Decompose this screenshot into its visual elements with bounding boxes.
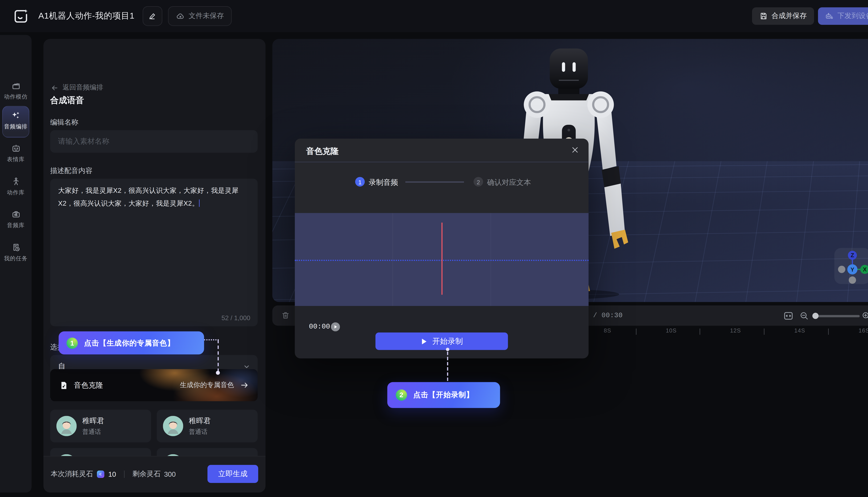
edit-title-button[interactable]: [142, 6, 162, 26]
guide-step-1-text: 点击【生成你的专属音色】: [84, 338, 174, 348]
voice-card[interactable]: 稚晖君 普通话: [157, 410, 257, 442]
modal-title: 音色克隆: [306, 146, 339, 157]
modal-footer: 00:00 开始录制: [295, 306, 588, 358]
cloud-unsaved-icon: [176, 12, 185, 20]
voice-name: 稚晖君: [189, 416, 211, 426]
arrow-right-icon: [240, 381, 249, 389]
svg-text:Z: Z: [851, 252, 854, 258]
ruler-label: 16S: [859, 327, 868, 334]
ruler-label: 12S: [730, 327, 741, 334]
clone-banner-title: 音色克隆: [74, 380, 103, 390]
back-link[interactable]: 返回音频编排: [51, 83, 103, 92]
balance-value: 300: [164, 470, 176, 478]
voiceover-content-text: 大家好，我是灵犀X2，很高兴认识大家，大家好，我是灵犀X2，很高兴认识大家，大家…: [58, 187, 238, 208]
pencil-icon: [150, 14, 154, 18]
recording-waveform-area: [295, 213, 588, 306]
cost-value: 10: [108, 470, 116, 478]
zoom-in-button[interactable]: [862, 311, 868, 321]
guide-dot-1: [216, 371, 220, 375]
play-icon: [421, 338, 428, 345]
app-logo-icon: [12, 8, 29, 25]
ruler-label: 8S: [604, 327, 611, 334]
timeline-zoom-slider[interactable]: [813, 315, 860, 317]
sidebar-item-my-tasks[interactable]: 我的任务: [0, 243, 32, 263]
content-field-label: 描述配音内容: [50, 166, 93, 176]
synthesis-panel: 返回音频编排 合成语音 编辑名称 请输入素材名称 描述配音内容 大家好，我是灵犀…: [43, 39, 265, 493]
voice-language: 普通话: [82, 428, 104, 436]
sidebar-item-motion-library[interactable]: 动作库: [0, 177, 32, 197]
guide-tooltip-1: 1 点击【生成你的专属音色】: [59, 331, 204, 354]
fit-timeline-button[interactable]: [783, 310, 794, 321]
avatar: [56, 416, 77, 436]
voice-card[interactable]: 稚晖君 普通话: [50, 410, 151, 442]
step-1-label: 录制音频: [369, 178, 398, 188]
preview-play-button[interactable]: [331, 323, 340, 331]
close-icon: [571, 146, 579, 154]
zoom-in-icon: [862, 311, 868, 321]
sidebar-item-audio-library[interactable]: 音频库: [0, 210, 32, 229]
generate-now-button[interactable]: 立即生成: [208, 465, 258, 483]
voiceover-content-textarea[interactable]: 大家好，我是灵犀X2，很高兴认识大家，大家好，我是灵犀X2，很高兴认识大家，大家…: [50, 179, 257, 326]
fit-width-icon: [783, 310, 794, 321]
svg-text:X: X: [863, 266, 867, 273]
guide-anchor-dot: [446, 348, 449, 351]
unsaved-status-badge: 文件未保存: [168, 6, 232, 26]
robot-download-icon: [824, 12, 834, 20]
ruler-tick: [700, 328, 700, 335]
task-list-clock-icon: [11, 243, 20, 253]
guide-connector-2-vertical: [447, 352, 448, 381]
delete-clip-button[interactable]: [281, 311, 290, 320]
cost-bar: 本次消耗灵石 10 剩余灵石 300 立即生成: [43, 456, 265, 493]
ruler-tick: [764, 328, 764, 335]
step-connector: [405, 182, 464, 182]
start-recording-button[interactable]: 开始录制: [376, 332, 508, 350]
svg-text:Y: Y: [851, 267, 854, 273]
sparkles-icon: [11, 110, 21, 120]
sidebar-item-motion-mimic[interactable]: 动作模仿: [0, 81, 32, 101]
trash-icon: [281, 311, 290, 320]
zoom-out-icon: [799, 311, 809, 321]
recording-time: 00:00: [309, 323, 330, 331]
zoom-out-button[interactable]: [799, 311, 809, 321]
ruler-tick: [828, 328, 829, 335]
step-2-badge: 2: [474, 177, 483, 187]
body-pose-icon: [11, 177, 20, 187]
voice-name: 稚晖君: [82, 416, 104, 426]
step-1-badge: 1: [355, 177, 365, 187]
step-2-label: 确认对应文本: [487, 178, 531, 188]
divider: [124, 471, 125, 478]
timeline-zoom-slider-knob[interactable]: [812, 313, 819, 319]
viewport-axis-gizmo[interactable]: Z Y X: [834, 248, 868, 284]
music-box-icon: [11, 210, 20, 219]
app-root: A1机器人动作-我的项目1 文件未保存 合成并保存: [0, 0, 868, 497]
guide-step-2-number: 2: [396, 389, 407, 401]
deploy-to-device-button[interactable]: 下发到设备: [818, 7, 868, 25]
sidebar-item-audio-arrange[interactable]: 音频编排: [0, 110, 32, 131]
modal-close-button[interactable]: [571, 146, 579, 154]
robot-face-icon: [11, 144, 20, 153]
balance-label: 剩余灵石: [132, 469, 160, 479]
top-bar: A1机器人动作-我的项目1 文件未保存 合成并保存: [0, 0, 868, 32]
axis-gizmo-icon: Z Y X: [834, 248, 868, 284]
ruler-label: 14S: [794, 327, 805, 334]
voice-clone-banner[interactable]: 音色克隆 生成你的专属音色: [50, 369, 257, 401]
material-name-input[interactable]: 请输入素材名称: [50, 130, 257, 153]
clapperboard-icon: [11, 81, 20, 91]
ruler-label: 10S: [666, 327, 677, 334]
waveform-playhead: [442, 223, 442, 295]
back-arrow-icon: [51, 84, 58, 91]
guide-connector-1-vertical: [218, 340, 219, 372]
ruler-tick: [636, 328, 636, 335]
guide-step-1-number: 1: [67, 337, 78, 349]
guide-step-2-text: 点击【开始录制】: [413, 390, 474, 400]
name-field-label: 编辑名称: [50, 118, 78, 127]
voice-language: 普通话: [189, 428, 211, 436]
music-file-icon: [59, 381, 68, 390]
gem-icon: [96, 470, 105, 479]
save-button[interactable]: 合成并保存: [752, 7, 814, 25]
cost-label: 本次消耗灵石: [51, 469, 93, 479]
panel-title: 合成语音: [50, 95, 84, 106]
voice-clone-modal: 音色克隆 1 录制音频 2 确认对应文本 00:00 开始录制: [295, 139, 588, 358]
avatar: [163, 416, 183, 436]
sidebar-item-expression-library[interactable]: 表情库: [0, 144, 32, 164]
